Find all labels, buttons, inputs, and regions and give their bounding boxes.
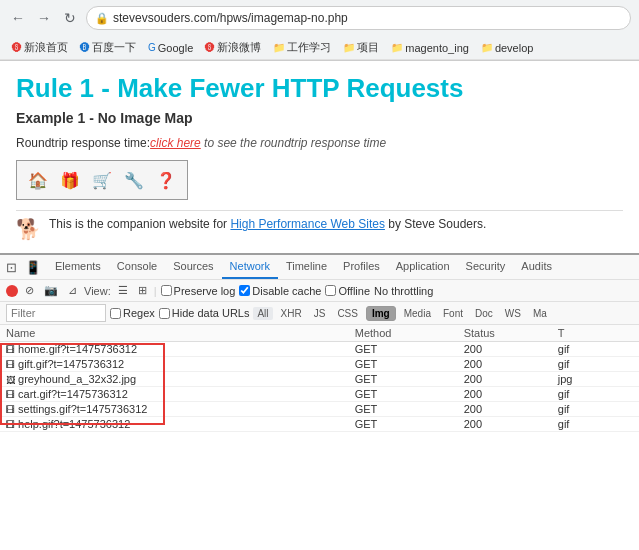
tab-timeline[interactable]: Timeline: [278, 255, 335, 279]
table-row[interactable]: 🎞 settings.gif?t=1475736312 GET 200 gif: [0, 402, 639, 417]
bookmark-project[interactable]: 📁 项目: [339, 39, 383, 56]
bookmark-magento[interactable]: 📁 magento_ing: [387, 41, 473, 55]
col-header-type: T: [552, 325, 639, 342]
filter-button[interactable]: ⊿: [65, 283, 80, 298]
bookmark-icon-google: G: [148, 42, 156, 53]
stop-button[interactable]: ⊘: [22, 283, 37, 298]
file-icon: 🎞: [6, 420, 15, 430]
table-row[interactable]: 🎞 gift.gif?t=1475736312 GET 200 gif: [0, 357, 639, 372]
table-row[interactable]: 🖼 greyhound_a_32x32.jpg GET 200 jpg: [0, 372, 639, 387]
bookmark-work[interactable]: 📁 工作学习: [269, 39, 335, 56]
reload-button[interactable]: ↻: [60, 8, 80, 28]
separator1: |: [154, 285, 157, 297]
hide-urls-checkbox[interactable]: Hide data URLs: [159, 307, 250, 319]
filter-js[interactable]: JS: [310, 307, 330, 320]
cell-type: gif: [552, 357, 639, 372]
filter-xhr[interactable]: XHR: [277, 307, 306, 320]
help-map-button[interactable]: ❓: [151, 165, 181, 195]
cell-method: GET: [349, 342, 458, 357]
col-header-name: Name: [0, 325, 349, 342]
network-table-body: 🎞 home.gif?t=1475736312 GET 200 gif 🎞 gi…: [0, 342, 639, 432]
record-button[interactable]: [6, 285, 18, 297]
inspect-icon[interactable]: ⊡: [4, 258, 19, 277]
tab-audits[interactable]: Audits: [513, 255, 560, 279]
bookmark-baidu[interactable]: 🅑 百度一下: [76, 39, 140, 56]
bookmark-icon-weibo: 🅢: [205, 42, 215, 53]
tab-elements[interactable]: Elements: [47, 255, 109, 279]
companion-section: 🐕 This is the companion website for High…: [16, 210, 623, 241]
filter-ws[interactable]: WS: [501, 307, 525, 320]
camera-button[interactable]: 📷: [41, 283, 61, 298]
cell-type: gif: [552, 417, 639, 432]
tab-console[interactable]: Console: [109, 255, 165, 279]
roundtrip-suffix: to see the roundtrip response time: [201, 136, 386, 150]
cell-name: 🎞 gift.gif?t=1475736312: [0, 357, 349, 372]
cell-type: gif: [552, 387, 639, 402]
cell-type: gif: [552, 402, 639, 417]
view-group-button[interactable]: ⊞: [135, 283, 150, 298]
cell-method: GET: [349, 387, 458, 402]
tab-application[interactable]: Application: [388, 255, 458, 279]
companion-text: This is the companion website for High P…: [49, 217, 486, 231]
bookmark-google[interactable]: G Google: [144, 41, 197, 55]
table-row[interactable]: 🎞 home.gif?t=1475736312 GET 200 gif: [0, 342, 639, 357]
col-header-status: Status: [458, 325, 552, 342]
col-header-method: Method: [349, 325, 458, 342]
page-subtitle: Example 1 - No Image Map: [16, 110, 623, 126]
bookmarks-bar: 🅢 新浪首页 🅑 百度一下 G Google 🅢 新浪微博 📁 工作学习 📁 项…: [0, 36, 639, 60]
roundtrip-link[interactable]: click here: [150, 136, 201, 150]
home-map-button[interactable]: 🏠: [23, 165, 53, 195]
cell-method: GET: [349, 417, 458, 432]
image-map-container: 🏠 🎁 🛒 🔧 ❓: [16, 160, 188, 200]
preserve-log-input[interactable]: [161, 285, 172, 296]
hide-urls-input[interactable]: [159, 308, 170, 319]
cell-status: 200: [458, 342, 552, 357]
address-bar[interactable]: 🔒 stevevsouders.com/hpws/imagemap-no.php: [86, 6, 631, 30]
mobile-icon[interactable]: 📱: [23, 258, 43, 277]
preserve-log-checkbox[interactable]: Preserve log: [161, 285, 236, 297]
tab-sources[interactable]: Sources: [165, 255, 221, 279]
nav-bar: ← → ↻ 🔒 stevevsouders.com/hpws/imagemap-…: [0, 0, 639, 36]
filter-doc[interactable]: Doc: [471, 307, 497, 320]
url-text: stevevsouders.com/hpws/imagemap-no.php: [113, 11, 348, 25]
file-icon: 🎞: [6, 345, 15, 355]
tab-profiles[interactable]: Profiles: [335, 255, 388, 279]
bookmark-icon-magento: 📁: [391, 42, 403, 53]
filter-font[interactable]: Font: [439, 307, 467, 320]
table-row[interactable]: 🎞 cart.gif?t=1475736312 GET 200 gif: [0, 387, 639, 402]
filter-img[interactable]: Img: [366, 306, 396, 321]
filter-media[interactable]: Media: [400, 307, 435, 320]
cell-method: GET: [349, 357, 458, 372]
devtools-panel: ⊡ 📱 Elements Console Sources Network Tim…: [0, 253, 639, 432]
bookmark-develop[interactable]: 📁 develop: [477, 41, 538, 55]
tab-network[interactable]: Network: [222, 255, 278, 279]
regex-checkbox[interactable]: Regex: [110, 307, 155, 319]
back-button[interactable]: ←: [8, 8, 28, 28]
cell-type: gif: [552, 342, 639, 357]
file-icon: 🎞: [6, 405, 15, 415]
filter-ma[interactable]: Ma: [529, 307, 551, 320]
table-row[interactable]: 🎞 help.gif?t=1475736312 GET 200 gif: [0, 417, 639, 432]
disable-cache-checkbox[interactable]: Disable cache: [239, 285, 321, 297]
companion-link[interactable]: High Performance Web Sites: [230, 217, 385, 231]
offline-input[interactable]: [325, 285, 336, 296]
filter-all[interactable]: All: [253, 307, 272, 320]
cell-status: 200: [458, 402, 552, 417]
devtools-tab-bar: ⊡ 📱 Elements Console Sources Network Tim…: [0, 255, 639, 280]
bookmark-weibo[interactable]: 🅢 新浪微博: [201, 39, 265, 56]
regex-input[interactable]: [110, 308, 121, 319]
disable-cache-input[interactable]: [239, 285, 250, 296]
network-table-wrapper: Name Method Status T 🎞 home.gif?t=147573…: [0, 325, 639, 432]
tab-security[interactable]: Security: [458, 255, 514, 279]
filter-css[interactable]: CSS: [333, 307, 362, 320]
filter-input[interactable]: [6, 304, 106, 322]
forward-button[interactable]: →: [34, 8, 54, 28]
cell-name: 🖼 greyhound_a_32x32.jpg: [0, 372, 349, 387]
offline-checkbox[interactable]: Offline: [325, 285, 370, 297]
bookmark-sina[interactable]: 🅢 新浪首页: [8, 39, 72, 56]
settings-map-button[interactable]: 🔧: [119, 165, 149, 195]
view-list-button[interactable]: ☰: [115, 283, 131, 298]
gift-map-button[interactable]: 🎁: [55, 165, 85, 195]
cell-type: jpg: [552, 372, 639, 387]
cart-map-button[interactable]: 🛒: [87, 165, 117, 195]
